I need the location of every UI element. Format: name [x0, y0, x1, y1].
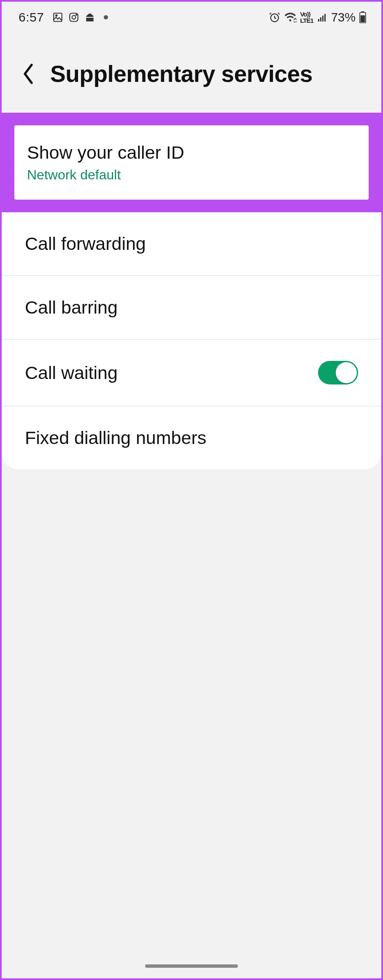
mosque-icon [84, 12, 95, 23]
list-item-label: Fixed dialling numbers [25, 428, 206, 448]
signal-icon [317, 12, 328, 22]
more-notifications-dot [104, 15, 108, 19]
list-item-label: Call waiting [25, 363, 118, 383]
call-waiting-toggle[interactable] [318, 361, 358, 384]
svg-point-1 [56, 15, 57, 16]
gallery-icon [52, 12, 63, 23]
wifi-icon [284, 12, 297, 22]
svg-point-4 [76, 14, 77, 15]
svg-rect-9 [324, 14, 326, 22]
settings-list: Call forwarding Call barring Call waitin… [2, 212, 381, 469]
show-caller-id-title: Show your caller ID [27, 142, 356, 163]
svg-rect-0 [54, 13, 62, 22]
show-caller-id-item[interactable]: Show your caller ID Network default [14, 125, 369, 200]
call-barring-item[interactable]: Call barring [2, 276, 381, 340]
status-right: Vo))LTE1 73% [269, 11, 367, 24]
toggle-knob [336, 362, 357, 383]
volte-icon: Vo))LTE1 [300, 11, 313, 24]
call-forwarding-item[interactable]: Call forwarding [2, 212, 381, 276]
svg-rect-7 [320, 17, 321, 22]
back-button[interactable] [19, 65, 38, 84]
battery-icon [359, 11, 367, 23]
status-bar: 6:57 Vo))LTE1 73% [2, 2, 381, 33]
highlight-container: Show your caller ID Network default [2, 113, 381, 212]
fixed-dialling-item[interactable]: Fixed dialling numbers [2, 406, 381, 469]
alarm-icon [269, 11, 281, 23]
call-waiting-item[interactable]: Call waiting [2, 340, 381, 406]
status-left: 6:57 [19, 10, 108, 24]
list-item-label: Call forwarding [25, 233, 146, 254]
svg-point-3 [72, 16, 76, 19]
page-header: Supplementary services [2, 33, 381, 113]
instagram-icon [68, 12, 79, 23]
page-title: Supplementary services [50, 60, 313, 87]
battery-percent: 73% [331, 11, 356, 24]
svg-rect-8 [322, 16, 324, 22]
svg-rect-12 [361, 15, 365, 22]
status-time: 6:57 [19, 10, 44, 24]
svg-rect-6 [318, 19, 319, 22]
show-caller-id-subtitle: Network default [27, 167, 356, 183]
chevron-left-icon [22, 64, 35, 84]
list-item-label: Call barring [25, 297, 118, 318]
navigation-bar-handle[interactable] [145, 964, 238, 968]
